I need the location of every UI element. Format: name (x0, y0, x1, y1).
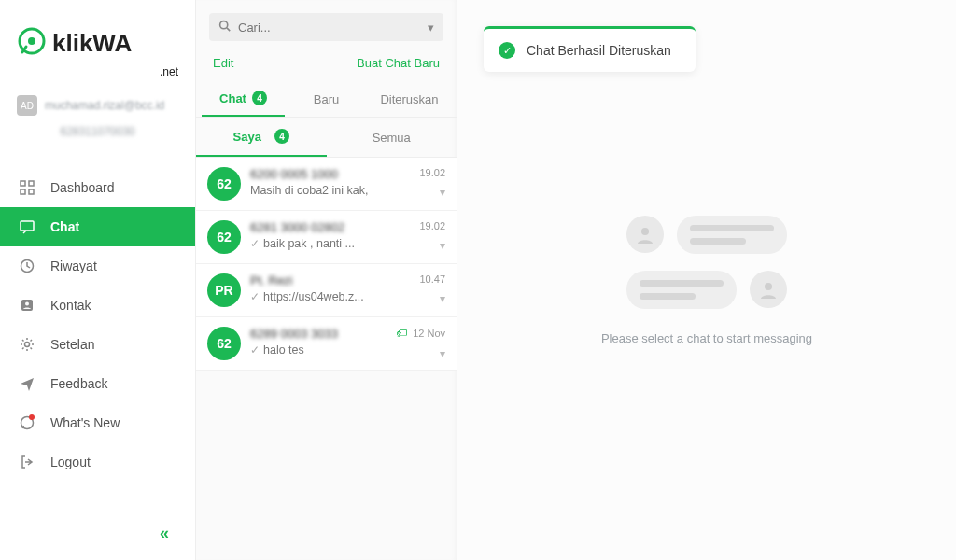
gear-icon (19, 336, 35, 353)
nav-label: What's New (50, 415, 120, 430)
thread-title: 6289 0003 3033 (250, 327, 387, 341)
send-icon (19, 375, 35, 392)
nav-feedback[interactable]: Feedback (0, 364, 195, 403)
thread-item[interactable]: PR Pt. Rezi ✓https://us04web.z... 10.47 … (196, 264, 457, 317)
thread-preview: https://us04web.z... (263, 290, 364, 303)
nav-label: Dashboard (50, 180, 115, 195)
thread-avatar: 62 (207, 220, 241, 254)
subtab-badge: 4 (274, 129, 289, 144)
nav-logout[interactable]: Logout (0, 442, 195, 482)
brand-logo: klikWA (17, 26, 178, 60)
user-email: muchamad.rizal@bcc.id (45, 99, 164, 112)
subtab-label: Semua (373, 131, 411, 145)
chat-tabs: Chat 4 Baru Diteruskan (196, 81, 457, 118)
chevron-down-icon[interactable]: ▾ (440, 239, 445, 252)
nav-setelan[interactable]: Setelan (0, 325, 195, 364)
edit-chats-link[interactable]: Edit (213, 56, 233, 70)
nav-chat[interactable]: Chat (0, 207, 195, 246)
empty-state: Please select a chat to start messaging (457, 0, 956, 560)
brand-suffix: .net (17, 65, 178, 78)
notification-dot-icon (29, 414, 35, 420)
chevron-down-icon[interactable]: ▾ (428, 21, 434, 35)
thread-item[interactable]: 62 6289 0003 3033 ✓halo tes 🏷 12 Nov ▾ (196, 317, 457, 371)
thread-title: Pt. Rezi (250, 273, 410, 287)
chat-toolbar: Edit Buat Chat Baru (196, 49, 457, 81)
tab-badge: 4 (252, 91, 267, 105)
check-icon: ✓ (250, 237, 260, 250)
tab-diteruskan[interactable]: Diteruskan (368, 81, 451, 117)
subtab-semua[interactable]: Semua (327, 118, 457, 157)
brand-block: klikWA .net (0, 0, 195, 88)
thread-item[interactable]: 62 6200 0005 1000 Masih di coba2 ini kak… (196, 158, 457, 211)
brand-name: klikWA (52, 29, 132, 58)
sidebar: klikWA .net AD muchamad.rizal@bcc.id 628… (0, 0, 196, 560)
empty-state-text: Please select a chat to start messaging (601, 331, 812, 345)
search-box[interactable]: ▾ (209, 13, 443, 41)
user-avatar-badge: AD (17, 95, 37, 116)
nav-dashboard[interactable]: Dashboard (0, 168, 195, 207)
chevron-down-icon[interactable]: ▾ (440, 347, 445, 360)
thread-avatar: 62 (207, 167, 241, 201)
thread-preview: halo tes (263, 343, 304, 357)
tab-baru[interactable]: Baru (285, 81, 368, 117)
svg-point-12 (220, 21, 228, 29)
collapse-sidebar-button[interactable]: « (0, 514, 195, 560)
nav-kontak[interactable]: Kontak (0, 286, 195, 325)
svg-rect-3 (29, 181, 34, 186)
svg-point-10 (25, 343, 30, 347)
person-icon (750, 271, 787, 308)
subtab-saya[interactable]: Saya 4 (196, 118, 327, 157)
svg-rect-4 (21, 189, 25, 194)
thread-time: 19.02 (419, 167, 445, 178)
svg-rect-6 (21, 221, 34, 231)
thread-avatar: PR (207, 273, 241, 307)
thread-avatar: 62 (207, 327, 241, 360)
grid-icon (19, 179, 35, 196)
check-icon: ✓ (250, 343, 260, 357)
history-icon (19, 258, 35, 274)
tab-label: Baru (314, 92, 339, 106)
main-nav: Dashboard Chat Riwayat Kontak Setelan Fe… (0, 168, 195, 514)
tab-label: Chat (219, 91, 246, 105)
logo-icon (17, 26, 47, 60)
nav-label: Setelan (50, 337, 94, 352)
nav-label: Riwayat (50, 259, 97, 273)
conversation-pane: ✓ Chat Berhasil Diteruskan Please select… (457, 0, 956, 560)
svg-point-13 (641, 228, 649, 235)
subtab-label: Saya (233, 130, 261, 144)
nav-whatsnew[interactable]: What's New (0, 403, 195, 442)
thread-time: 12 Nov (413, 328, 445, 339)
svg-rect-2 (21, 181, 25, 186)
thread-title: 6200 0005 1000 (250, 167, 410, 181)
logout-icon (19, 454, 35, 470)
chevron-down-icon[interactable]: ▾ (440, 292, 445, 305)
svg-point-9 (25, 302, 29, 306)
thread-item[interactable]: 62 6281 3000 02802 ✓baik pak , nanti ...… (196, 211, 457, 264)
thread-time: 19.02 (419, 220, 445, 231)
nav-label: Logout (50, 455, 91, 469)
new-chat-link[interactable]: Buat Chat Baru (357, 56, 440, 70)
nav-riwayat[interactable]: Riwayat (0, 246, 195, 286)
tab-label: Diteruskan (380, 92, 438, 106)
check-icon: ✓ (250, 290, 260, 303)
thread-list: 62 6200 0005 1000 Masih di coba2 ini kak… (196, 158, 457, 371)
thread-preview: baik pak , nanti ... (263, 237, 355, 250)
user-block: AD muchamad.rizal@bcc.id 628311070030 (0, 88, 195, 147)
chevron-double-left-icon: « (160, 524, 169, 542)
nav-label: Kontak (50, 298, 91, 313)
person-icon (626, 216, 664, 253)
check-circle-icon: ✓ (499, 42, 515, 59)
svg-rect-5 (29, 189, 34, 194)
toast-text: Chat Berhasil Diteruskan (527, 43, 671, 58)
svg-point-14 (765, 283, 772, 290)
thread-time: 10.47 (419, 273, 445, 285)
whatsapp-icon (19, 414, 35, 431)
chevron-down-icon[interactable]: ▾ (440, 186, 445, 199)
empty-illustration (626, 216, 787, 309)
tag-icon: 🏷 (396, 327, 407, 340)
search-input[interactable] (238, 21, 420, 35)
tab-chat[interactable]: Chat 4 (202, 81, 285, 117)
chat-list-panel: ▾ Edit Buat Chat Baru Chat 4 Baru Diteru… (196, 0, 457, 560)
nav-label: Chat (50, 219, 79, 234)
thread-title: 6281 3000 02802 (250, 220, 410, 234)
